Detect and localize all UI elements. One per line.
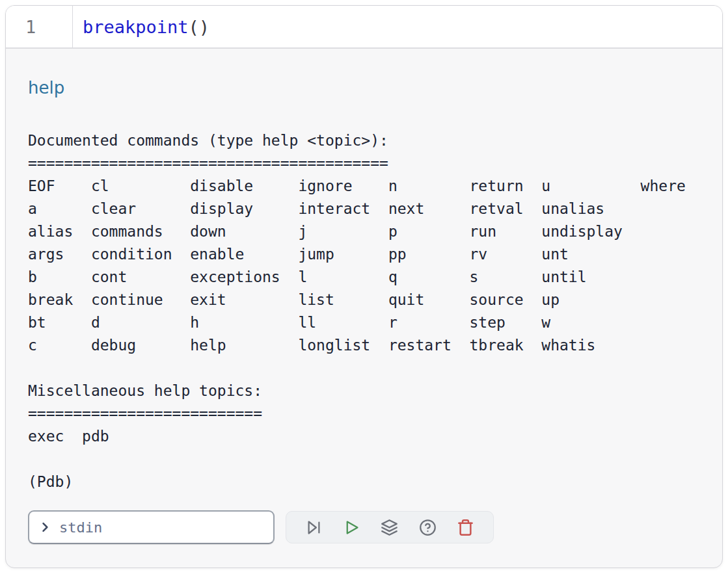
run-button[interactable] <box>342 517 362 538</box>
debug-toolbar <box>286 511 494 543</box>
console-output-area: help Documented commands (type help <top… <box>6 49 722 544</box>
line-number-gutter: 1 <box>6 6 73 47</box>
help-button[interactable] <box>418 517 438 538</box>
clear-button[interactable] <box>455 517 476 538</box>
chevron-right-icon <box>38 521 51 534</box>
stack-button[interactable] <box>379 517 399 538</box>
code-parens: () <box>189 17 210 37</box>
question-circle-icon <box>419 519 437 536</box>
skip-to-end-button[interactable] <box>304 517 324 538</box>
code-line[interactable]: breakpoint() <box>73 6 722 47</box>
pdb-help-output: Documented commands (type help <topic>):… <box>28 129 700 493</box>
code-editor: 1 breakpoint() <box>6 6 722 49</box>
stdin-echo-help: help <box>28 77 700 98</box>
stdin-input[interactable] <box>58 519 265 536</box>
play-icon <box>343 519 360 536</box>
trash-icon <box>457 519 474 536</box>
code-function-name: breakpoint <box>83 17 189 37</box>
debug-controls-row <box>28 510 700 544</box>
skip-forward-icon <box>305 519 323 536</box>
layers-icon <box>381 519 398 536</box>
playground-card: 1 breakpoint() help Documented commands … <box>5 5 723 568</box>
stdin-inputbox[interactable] <box>28 510 275 544</box>
line-number: 1 <box>25 17 36 37</box>
